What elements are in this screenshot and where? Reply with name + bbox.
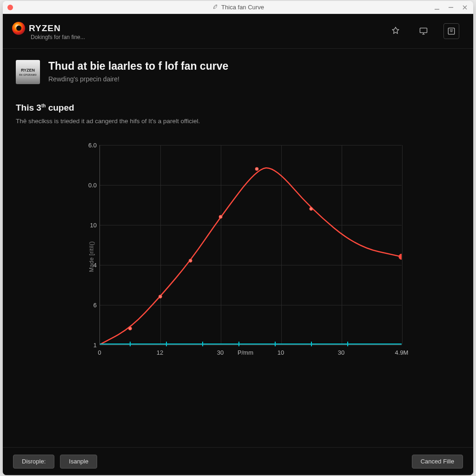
minimize-window-button-2[interactable] bbox=[446, 3, 456, 12]
hero-subtitle: Rewding's prpecin daire! bbox=[48, 75, 228, 83]
x-tick: 30 bbox=[338, 349, 344, 356]
section-heading-sup: th bbox=[41, 103, 46, 108]
section-description: Thē sheclkss is trieded it ad cangerd th… bbox=[16, 118, 460, 125]
hero-badge: RYZEN RX GPGRAMO bbox=[16, 60, 40, 84]
svg-point-10 bbox=[128, 327, 132, 330]
x-tick: 30 bbox=[217, 349, 224, 356]
svg-rect-4 bbox=[420, 28, 427, 33]
y-tick: 6.0 bbox=[76, 142, 97, 149]
filter-icon[interactable] bbox=[443, 23, 459, 39]
isanple-button[interactable]: Isanple bbox=[60, 455, 97, 469]
svg-point-14 bbox=[255, 167, 258, 171]
monitor-icon[interactable] bbox=[416, 23, 431, 39]
app-window: Thica fan Curve RYZEN Dokingfs for fan f… bbox=[3, 1, 473, 475]
disrople-button[interactable]: Disrople: bbox=[13, 455, 54, 469]
section: This 3th cuped Thē sheclkss is trieded i… bbox=[16, 103, 460, 125]
titlebar: Thica fan Curve bbox=[3, 1, 473, 14]
chart-container: Made [ritil() P/mm 6.00.0104610123010304… bbox=[16, 140, 460, 447]
fan-curve-chart[interactable]: Made [ritil() P/mm 6.00.0104610123010304… bbox=[76, 140, 402, 373]
logo-text: RYZEN bbox=[29, 23, 61, 33]
y-tick: 10 bbox=[76, 222, 97, 229]
x-tick: 10 bbox=[278, 349, 284, 356]
section-heading-part2: cuped bbox=[46, 103, 74, 112]
y-tick: 6 bbox=[76, 302, 97, 309]
y-tick: 0.0 bbox=[76, 182, 97, 189]
x-axis-label: P/mm bbox=[238, 349, 253, 356]
y-tick: 4 bbox=[76, 262, 97, 269]
svg-point-12 bbox=[189, 259, 192, 262]
svg-rect-7 bbox=[448, 28, 454, 34]
traffic-lights bbox=[3, 5, 13, 10]
leaf-icon bbox=[212, 3, 218, 11]
ryzen-ring-icon bbox=[12, 22, 25, 35]
cancel-file-button[interactable]: Canced Fille bbox=[412, 455, 463, 469]
x-tick: 0 bbox=[98, 349, 101, 356]
pin-icon[interactable] bbox=[388, 23, 403, 39]
logo-block: RYZEN Dokingfs for fan fine... bbox=[12, 22, 85, 40]
minimize-window-button[interactable] bbox=[432, 3, 442, 12]
close-window-button[interactable] bbox=[7, 5, 13, 10]
window-controls bbox=[432, 3, 469, 12]
hero-title: Thud at bie laarles to f lof fan curve bbox=[48, 60, 228, 73]
content: RYZEN RX GPGRAMO Thud at bie laarles to … bbox=[3, 49, 473, 447]
y-tick: 1 bbox=[76, 342, 97, 349]
badge-main: RYZEN bbox=[21, 68, 35, 73]
footer: Disrople: Isanple Canced Fille bbox=[3, 447, 473, 475]
app-header: RYZEN Dokingfs for fan fine... bbox=[3, 14, 473, 49]
badge-sub: RX GPGRAMO bbox=[19, 73, 37, 76]
close-icon[interactable] bbox=[460, 3, 469, 12]
hero: RYZEN RX GPGRAMO Thud at bie laarles to … bbox=[16, 60, 460, 84]
header-icons bbox=[388, 23, 459, 39]
ryzen-logo: RYZEN bbox=[12, 22, 85, 35]
section-heading-part1: This 3 bbox=[16, 103, 41, 112]
svg-point-11 bbox=[159, 295, 162, 298]
section-heading: This 3th cuped bbox=[16, 103, 460, 113]
logo-subtitle: Dokingfs for fan fine... bbox=[31, 34, 85, 40]
window-title-text: Thica fan Curve bbox=[221, 4, 264, 11]
x-tick: 4.9M bbox=[395, 349, 409, 356]
svg-point-15 bbox=[310, 207, 313, 211]
plot-area[interactable] bbox=[99, 145, 402, 345]
svg-point-16 bbox=[399, 254, 402, 260]
window-title: Thica fan Curve bbox=[212, 3, 264, 11]
hero-text: Thud at bie laarles to f lof fan curve R… bbox=[48, 60, 228, 83]
svg-point-13 bbox=[219, 215, 222, 218]
app-body: RYZEN Dokingfs for fan fine... RYZEN bbox=[3, 14, 473, 475]
x-tick: 12 bbox=[157, 349, 163, 356]
